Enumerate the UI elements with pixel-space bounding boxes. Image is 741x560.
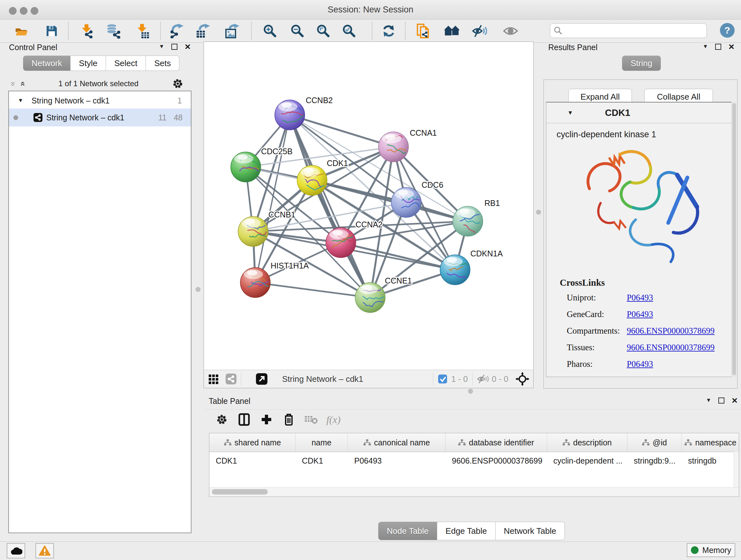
memory-status-dot [691,546,698,554]
grid-view-icon[interactable] [208,374,219,384]
collapse-all-networks-icon[interactable]: » [8,81,18,86]
protein-node-cdc6[interactable] [391,187,422,217]
show-selected-icon[interactable] [502,23,518,39]
import-network-from-database-icon[interactable] [106,23,121,39]
crosslink-label: GeneCard: [567,309,627,319]
crosslink-link[interactable]: P06493 [627,293,653,303]
column-header-canonicalname[interactable]: canonical name [348,433,446,452]
zoom-in-icon[interactable] [262,23,278,39]
column-network-icon [224,439,231,446]
column-header-databaseidentifier[interactable]: database identifier [446,433,547,452]
panel-close-icon[interactable]: ✕ [731,398,738,403]
tab-node-table[interactable]: Node Table [378,522,437,540]
open-file-icon[interactable] [14,23,29,39]
panel-float-icon[interactable]: ▼ [703,44,708,50]
panel-close-icon[interactable]: ✕ [728,44,735,49]
column-header-name[interactable]: name [295,433,348,452]
import-table-icon[interactable] [135,23,150,39]
show-all-icon[interactable] [444,23,460,39]
table-cell[interactable]: CDK1 [295,452,348,469]
table-cell[interactable]: stringdb:9... [627,452,682,469]
search-input[interactable] [550,23,707,38]
results-scrollbar[interactable] [731,102,737,377]
panel-undock-icon[interactable] [715,44,721,50]
save-session-icon[interactable] [44,23,59,39]
column-network-icon [642,439,650,446]
import-network-icon[interactable] [79,23,94,39]
cloud-icon [10,546,22,556]
tab-style[interactable]: Style [71,56,106,71]
panel-float-icon[interactable]: ▼ [159,44,164,50]
left-splitter-handle[interactable] [196,287,200,292]
zoom-fit-icon[interactable] [316,23,331,39]
tab-network-table[interactable]: Network Table [495,522,565,540]
selected-nodes-checkbox-icon[interactable] [438,374,448,384]
create-column-icon[interactable] [255,414,278,426]
network-collection-row[interactable]: ▼ String Network – cdk1 1 [9,92,191,109]
table-vscrollbar[interactable] [734,452,739,488]
help-icon[interactable]: ? [720,23,735,38]
crosslink-link[interactable]: P06493 [627,359,653,369]
export-image-icon[interactable] [225,23,240,39]
expand-all-networks-icon[interactable]: » [17,81,27,86]
network-canvas[interactable]: CCNB2CCNA1CDC25BCDK1CDC6RB1CCNB1CCNA2CDK… [204,42,533,370]
open-in-new-window-icon[interactable] [256,373,267,385]
column-header-id[interactable]: @id [627,433,682,452]
table-cell[interactable]: CDK1 [209,452,295,469]
tab-sets[interactable]: Sets [146,56,179,71]
clone-network-icon[interactable] [416,23,431,39]
table-cell[interactable]: stringdb [682,452,739,469]
tab-string[interactable]: String [622,56,661,71]
network-share-view-icon[interactable] [226,374,237,384]
toolbar-separator [160,22,161,40]
tab-select[interactable]: Select [106,56,146,71]
status-bar: Memory [0,542,741,560]
column-header-description[interactable]: description [547,433,627,452]
export-network-icon[interactable] [169,23,185,39]
column-header-namespace[interactable]: namespace [682,433,739,452]
right-splitter-handle[interactable] [536,210,541,214]
show-columns-icon[interactable] [233,413,255,426]
protein-node-hist1h1a[interactable] [240,267,273,298]
protein-collapse-icon[interactable]: ▼ [567,110,573,116]
protein-node-ccna2[interactable] [326,228,358,258]
panel-undock-icon[interactable] [718,397,724,403]
zoom-selected-icon[interactable] [341,23,357,39]
table-hscrollbar[interactable] [209,487,739,496]
protein-node-cdk1[interactable] [297,165,329,195]
tab-network[interactable]: Network [23,56,71,71]
panel-close-icon[interactable]: ✕ [185,44,191,49]
panel-undock-icon[interactable] [172,44,178,50]
zoom-out-icon[interactable] [290,23,305,39]
protein-node-rb1[interactable] [453,206,485,236]
table-cell[interactable]: cyclin-dependent ... [547,452,627,469]
table-options-gear-icon[interactable] [211,414,233,425]
tab-edge-table[interactable]: Edge Table [437,522,495,540]
warning-status-button[interactable] [36,543,54,558]
node-label-rb1: RB1 [484,199,500,207]
column-header-sharedname[interactable]: shared name [209,433,295,452]
network-row-selected[interactable]: String Network – cdk1 11 48 [9,109,191,126]
crosslink-label: Compartments: [567,326,627,336]
crosslink-link[interactable]: 9606.ENSP00000378699 [627,343,715,353]
table-header-row: shared namenamecanonical namedatabase id… [209,433,739,452]
protein-node-cdc25b[interactable] [231,152,266,182]
network-options-gear-icon[interactable] [172,78,183,89]
memory-button[interactable]: Memory [687,543,735,557]
cloud-status-button[interactable] [7,543,25,558]
horizontal-splitter-handle[interactable] [468,389,473,394]
refresh-icon[interactable] [381,23,396,39]
table-cell[interactable]: 9606.ENSP00000378699 [446,452,547,469]
delete-column-icon[interactable] [278,413,300,426]
birds-eye-navigator-icon[interactable] [515,372,529,386]
hide-selected-icon[interactable] [472,23,487,39]
collection-collapse-icon[interactable]: ▼ [18,98,23,104]
export-table-icon[interactable] [195,23,211,39]
crosslink-link[interactable]: 9606.ENSP00000378699 [627,326,715,336]
crosslinks-title: CrossLinks [560,277,605,288]
table-cell[interactable]: P06493 [348,452,446,469]
protein-node-cdkn1a[interactable] [440,255,473,285]
panel-float-icon[interactable]: ▼ [706,397,711,403]
table-row[interactable]: CDK1CDK1P064939606.ENSP00000378699cyclin… [209,452,739,469]
crosslink-link[interactable]: P06493 [627,309,653,319]
